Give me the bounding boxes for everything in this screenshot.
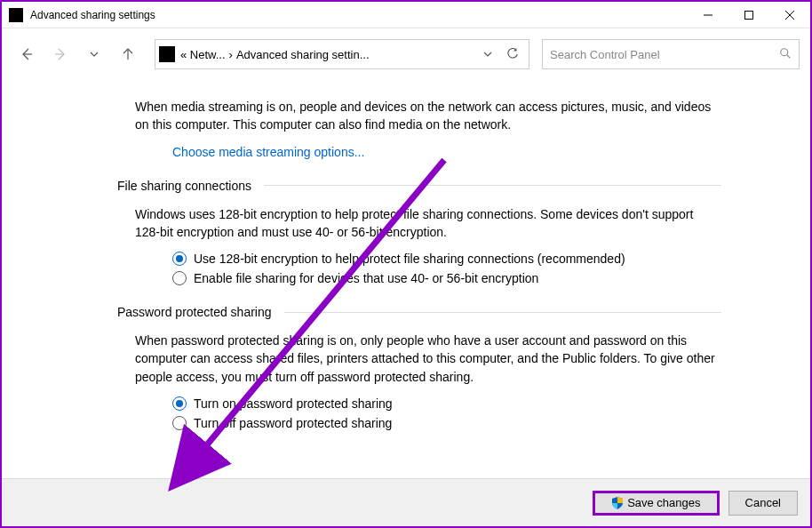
file-sharing-header: File sharing connections xyxy=(117,179,721,193)
radio-icon xyxy=(172,271,187,285)
section-rule xyxy=(284,312,721,313)
navbar: « Netw... › Advanced sharing settin... xyxy=(2,28,810,80)
radio-label: Enable file sharing for devices that use… xyxy=(194,271,538,285)
file-sharing-radio-group: Use 128-bit encryption to help protect f… xyxy=(172,252,721,285)
content-area: When media streaming is on, people and d… xyxy=(2,80,810,478)
window-title: Advanced sharing settings xyxy=(30,9,688,21)
uac-shield-icon xyxy=(611,497,624,509)
app-icon xyxy=(9,8,23,22)
recent-dropdown-button[interactable] xyxy=(80,40,108,68)
section-rule xyxy=(264,185,721,186)
save-button-label: Save changes xyxy=(627,496,700,509)
minimize-button[interactable] xyxy=(688,2,728,28)
svg-line-8 xyxy=(787,54,791,58)
radio-label: Turn off password protected sharing xyxy=(194,416,392,430)
search-icon xyxy=(779,47,792,62)
breadcrumb[interactable]: « Netw... › Advanced sharing settin... xyxy=(155,39,529,69)
close-button[interactable] xyxy=(769,2,810,28)
radio-128bit-encryption[interactable]: Use 128-bit encryption to help protect f… xyxy=(172,252,721,266)
password-sharing-header-label: Password protected sharing xyxy=(117,305,272,319)
cancel-button-label: Cancel xyxy=(745,496,781,509)
search-input[interactable] xyxy=(550,48,779,61)
location-icon xyxy=(159,46,175,62)
radio-password-off[interactable]: Turn off password protected sharing xyxy=(172,416,721,430)
radio-40-56bit-encryption[interactable]: Enable file sharing for devices that use… xyxy=(172,271,721,285)
radio-icon xyxy=(172,396,187,411)
window-frame: Advanced sharing settings xyxy=(0,0,812,528)
back-button[interactable] xyxy=(12,40,41,68)
breadcrumb-sep: › xyxy=(229,48,233,61)
search-box[interactable] xyxy=(542,39,800,69)
radio-icon xyxy=(172,416,187,430)
password-sharing-header: Password protected sharing xyxy=(117,305,721,319)
radio-label: Use 128-bit encryption to help protect f… xyxy=(194,252,625,266)
refresh-button[interactable] xyxy=(500,48,525,60)
radio-password-on[interactable]: Turn on password protected sharing xyxy=(172,396,721,411)
radio-icon xyxy=(172,252,187,266)
breadcrumb-seg-1[interactable]: « Netw... xyxy=(180,48,226,61)
password-sharing-radio-group: Turn on password protected sharing Turn … xyxy=(172,396,721,430)
file-sharing-description: Windows uses 128-bit encryption to help … xyxy=(135,205,721,242)
breadcrumb-dropdown-button[interactable] xyxy=(475,50,500,59)
file-sharing-header-label: File sharing connections xyxy=(117,179,251,193)
cancel-button[interactable]: Cancel xyxy=(728,491,798,516)
breadcrumb-text: « Netw... › Advanced sharing settin... xyxy=(180,48,475,61)
breadcrumb-seg-2[interactable]: Advanced sharing settin... xyxy=(236,48,370,61)
maximize-button[interactable] xyxy=(728,2,769,28)
save-changes-button[interactable]: Save changes xyxy=(593,491,719,516)
password-sharing-description: When password protected sharing is on, o… xyxy=(135,332,721,386)
media-streaming-link[interactable]: Choose media streaming options... xyxy=(172,145,721,159)
forward-button[interactable] xyxy=(46,40,75,68)
radio-label: Turn on password protected sharing xyxy=(194,396,393,411)
up-button[interactable] xyxy=(114,40,142,68)
svg-point-7 xyxy=(781,48,788,55)
svg-rect-1 xyxy=(745,11,753,19)
media-streaming-description: When media streaming is on, people and d… xyxy=(135,98,721,134)
window-controls xyxy=(688,2,810,28)
titlebar: Advanced sharing settings xyxy=(2,2,810,28)
footer: Save changes Cancel xyxy=(2,478,810,526)
